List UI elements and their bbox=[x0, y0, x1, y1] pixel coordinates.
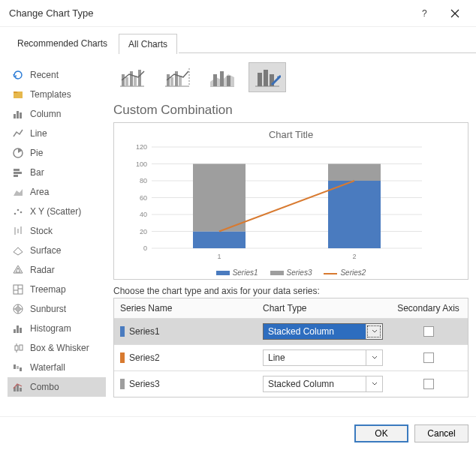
radar-icon bbox=[12, 264, 24, 276]
svg-rect-61 bbox=[258, 73, 262, 86]
svg-rect-31 bbox=[17, 326, 19, 333]
series-name-cell: Series3 bbox=[114, 371, 257, 397]
sidebar-item-waterfall[interactable]: Waterfall bbox=[8, 358, 106, 377]
combo-subtype-clustered-line[interactable] bbox=[113, 62, 151, 92]
svg-rect-84 bbox=[328, 164, 381, 182]
svg-marker-12 bbox=[14, 189, 23, 196]
tab-recommended[interactable]: Recommended Charts bbox=[8, 33, 117, 53]
svg-text:2: 2 bbox=[352, 253, 356, 260]
svg-rect-48 bbox=[138, 70, 141, 86]
svg-text:1: 1 bbox=[217, 253, 221, 260]
chart-legend: Series1 Series3 Series2 bbox=[122, 268, 460, 277]
secondary-axis-checkbox[interactable] bbox=[423, 352, 434, 363]
box-icon bbox=[12, 342, 24, 354]
series-row[interactable]: Series2 Line bbox=[114, 345, 468, 371]
svg-rect-39 bbox=[20, 368, 22, 371]
pie-icon bbox=[12, 147, 24, 159]
chart-type-value: Stacked Column bbox=[264, 379, 366, 389]
svg-rect-41 bbox=[17, 385, 19, 392]
column-icon bbox=[12, 108, 24, 120]
svg-rect-33 bbox=[15, 346, 18, 350]
series-color-swatch bbox=[120, 379, 125, 389]
sidebar-item-surface[interactable]: Surface bbox=[8, 241, 106, 260]
series-row[interactable]: Series1 Stacked Column bbox=[114, 319, 468, 345]
sidebar-item-box[interactable]: Box & Whisker bbox=[8, 338, 106, 358]
series-name-label: Series3 bbox=[129, 379, 160, 389]
sidebar-item-label: Column bbox=[30, 109, 61, 119]
ok-button[interactable]: OK bbox=[354, 424, 408, 442]
svg-rect-10 bbox=[14, 172, 22, 174]
svg-rect-7 bbox=[20, 112, 22, 118]
sidebar-item-label: Stock bbox=[30, 226, 53, 236]
svg-rect-62 bbox=[264, 70, 268, 86]
chart-type-cell: Stacked Column bbox=[257, 319, 389, 344]
secondary-axis-checkbox[interactable] bbox=[423, 379, 434, 389]
sidebar-item-label: X Y (Scatter) bbox=[30, 206, 81, 217]
secondary-axis-checkbox[interactable] bbox=[423, 326, 434, 337]
svg-rect-46 bbox=[130, 71, 133, 86]
help-button[interactable]: ? bbox=[410, 2, 440, 25]
series-name-label: Series1 bbox=[129, 326, 160, 337]
sidebar-item-combo[interactable]: Combo bbox=[8, 377, 106, 397]
series-instruction: Choose the chart type and axis for your … bbox=[113, 286, 468, 296]
series-grid: Series Name Chart Type Secondary Axis Se… bbox=[113, 298, 468, 398]
sidebar-item-stock[interactable]: Stock bbox=[8, 221, 106, 241]
histogram-icon bbox=[12, 322, 24, 334]
sidebar-item-label: Histogram bbox=[30, 323, 71, 334]
svg-text:40: 40 bbox=[140, 211, 147, 218]
svg-rect-80 bbox=[193, 232, 246, 249]
sidebar-item-label: Combo bbox=[30, 382, 59, 392]
series-row[interactable]: Series3 Stacked Column bbox=[114, 371, 468, 397]
sidebar-item-sunburst[interactable]: Sunburst bbox=[8, 299, 106, 319]
chart-type-dropdown[interactable]: Stacked Column bbox=[263, 376, 383, 392]
svg-rect-5 bbox=[14, 114, 16, 118]
templates-icon bbox=[12, 88, 24, 100]
close-button[interactable] bbox=[440, 2, 470, 25]
sidebar-item-label: Sunburst bbox=[30, 304, 66, 314]
chart-type-dropdown[interactable]: Line bbox=[263, 350, 383, 366]
sidebar-item-recent[interactable]: Recent bbox=[8, 65, 106, 85]
svg-rect-83 bbox=[328, 181, 381, 248]
recent-icon bbox=[12, 69, 24, 81]
svg-text:?: ? bbox=[422, 9, 427, 18]
svg-marker-19 bbox=[14, 248, 23, 255]
area-icon bbox=[12, 186, 24, 198]
svg-text:80: 80 bbox=[140, 177, 147, 184]
cancel-button[interactable]: Cancel bbox=[414, 424, 468, 442]
svg-rect-9 bbox=[14, 169, 20, 171]
secondary-axis-cell bbox=[389, 319, 468, 344]
secondary-axis-cell bbox=[389, 371, 468, 397]
sidebar-item-column[interactable]: Column bbox=[8, 104, 106, 124]
combo-icon bbox=[12, 381, 24, 393]
sidebar-item-xy[interactable]: X Y (Scatter) bbox=[8, 202, 106, 221]
chart-type-dropdown[interactable]: Stacked Column bbox=[263, 323, 383, 340]
sidebar-item-bar[interactable]: Bar bbox=[8, 163, 106, 182]
combo-subtype-custom[interactable] bbox=[249, 62, 286, 92]
dialog-footer: OK Cancel bbox=[0, 416, 476, 450]
combo-subtype-stacked-area-col[interactable] bbox=[203, 62, 241, 92]
sidebar-item-pie[interactable]: Pie bbox=[8, 143, 106, 163]
svg-text:100: 100 bbox=[136, 160, 147, 168]
sidebar-item-label: Pie bbox=[30, 148, 43, 158]
tab-all-charts[interactable]: All Charts bbox=[119, 34, 177, 54]
sidebar-item-label: Recent bbox=[30, 70, 59, 80]
svg-point-15 bbox=[20, 212, 23, 214]
sidebar-item-line[interactable]: Line bbox=[8, 124, 106, 143]
svg-rect-47 bbox=[134, 76, 137, 86]
chart-type-list: RecentTemplatesColumnLinePieBarAreaX Y (… bbox=[8, 58, 106, 421]
svg-rect-38 bbox=[17, 366, 19, 369]
svg-text:60: 60 bbox=[140, 194, 147, 202]
sidebar-item-templates[interactable]: Templates bbox=[8, 85, 106, 104]
header-series-name: Series Name bbox=[114, 298, 257, 318]
sidebar-item-label: Templates bbox=[30, 89, 71, 100]
combo-subtype-clustered-line-2axis[interactable] bbox=[158, 62, 196, 92]
sidebar-item-histogram[interactable]: Histogram bbox=[8, 319, 106, 338]
sidebar-item-label: Surface bbox=[30, 245, 61, 256]
sidebar-item-treemap[interactable]: Treemap bbox=[8, 280, 106, 299]
sidebar-item-radar[interactable]: Radar bbox=[8, 260, 106, 280]
chart-preview[interactable]: Chart Title 02040608010012012 Series1 Se… bbox=[113, 122, 468, 280]
sidebar-item-area[interactable]: Area bbox=[8, 182, 106, 202]
sunburst-icon bbox=[12, 303, 24, 315]
close-icon bbox=[450, 9, 459, 18]
series-name-cell: Series1 bbox=[114, 319, 257, 344]
